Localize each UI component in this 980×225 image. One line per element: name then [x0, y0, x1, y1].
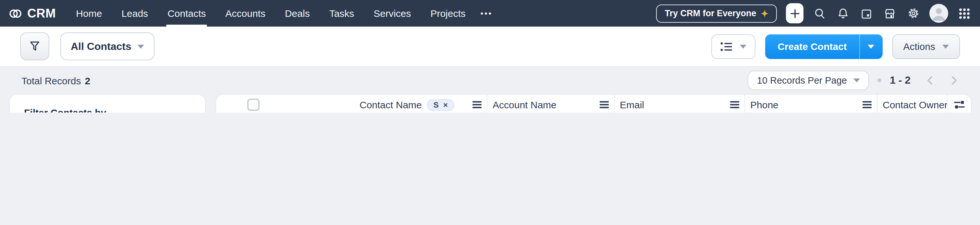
nav-more-menu[interactable]: ••• [476, 0, 498, 27]
main-nav: Home Leads Contacts Accounts Deals Tasks… [66, 0, 498, 27]
column-header-contact-name[interactable]: Contact Name S × [216, 95, 487, 112]
actions-label: Actions [904, 41, 935, 52]
record-range: 1 - 2 [890, 74, 910, 86]
create-contact-split-button: Create Contact [765, 34, 882, 59]
try-crm-label: Try CRM for Everyone [665, 8, 756, 18]
storefront-icon [883, 7, 896, 20]
contact-name-header-group: Contact Name S × [360, 99, 487, 111]
grid-dots-icon [958, 7, 971, 20]
records-summary-bar: Total Records 2 10 Records Per Page 1 - … [0, 67, 980, 94]
nav-item-tasks[interactable]: Tasks [320, 0, 364, 27]
notifications-button[interactable] [836, 6, 850, 21]
crm-app-window: CRM Home Leads Contacts Accounts Deals T… [0, 0, 980, 112]
search-button[interactable] [813, 6, 827, 21]
view-selector-label: All Contacts [71, 41, 131, 52]
funnel-icon [29, 40, 41, 52]
nav-item-contacts[interactable]: Contacts [158, 0, 215, 27]
brand-name: CRM [27, 6, 56, 21]
zoho-rings-icon [8, 6, 23, 21]
nav-item-home[interactable]: Home [66, 0, 111, 27]
chevron-down-icon [740, 44, 746, 48]
app-launcher-button[interactable] [957, 6, 972, 21]
nav-item-deals[interactable]: Deals [275, 0, 320, 27]
column-menu-icon[interactable] [730, 101, 739, 108]
table-header-row: Contact Name S × Account Name [216, 95, 971, 112]
nav-item-projects[interactable]: Projects [420, 0, 475, 27]
search-icon [813, 7, 826, 20]
calendar-button[interactable] [859, 6, 873, 21]
contacts-table: Contact Name S × Account Name [215, 94, 972, 112]
main-content: Filter Contacts by System Defined Filter… [0, 94, 980, 112]
separator-dot [877, 78, 881, 82]
filter-panel-title: Filter Contacts by [24, 107, 191, 112]
chevron-down-icon [942, 44, 949, 48]
display-style-dropdown[interactable] [711, 34, 756, 59]
calendar-icon [860, 7, 873, 20]
select-all-checkbox[interactable] [247, 98, 259, 111]
chevron-down-icon [853, 78, 860, 82]
gear-icon [906, 6, 920, 20]
column-menu-icon[interactable] [862, 101, 872, 108]
filter-toggle-button[interactable] [20, 32, 49, 60]
try-crm-button[interactable]: Try CRM for Everyone ✦ [656, 4, 777, 22]
person-icon [929, 4, 948, 23]
sparkle-icon: ✦ [761, 8, 768, 19]
bell-icon [837, 7, 850, 20]
nav-item-accounts[interactable]: Accounts [216, 0, 275, 27]
list-view-toolbar: All Contacts Create Contact Actions [0, 27, 980, 67]
clear-sort-icon[interactable]: × [443, 100, 448, 109]
plus-icon [789, 8, 800, 19]
create-contact-button[interactable]: Create Contact [765, 34, 859, 59]
records-per-page-dropdown[interactable]: 10 Records Per Page [748, 71, 869, 90]
topbar-actions: Try CRM for Everyone ✦ [656, 3, 972, 23]
chevron-right-icon [950, 75, 959, 86]
nav-item-leads[interactable]: Leads [111, 0, 158, 27]
settings-button[interactable] [906, 6, 920, 21]
total-records-count: 2 [85, 75, 90, 86]
list-icon [721, 41, 733, 52]
top-navigation-bar: CRM Home Leads Contacts Accounts Deals T… [0, 0, 980, 27]
quick-create-button[interactable] [786, 3, 803, 23]
nav-item-services[interactable]: Services [364, 0, 420, 27]
sort-badge[interactable]: S × [427, 99, 454, 111]
toolbar-right-actions: Create Contact Actions [711, 34, 960, 59]
column-header-phone[interactable]: Phone [745, 95, 877, 112]
manage-columns-button[interactable] [947, 95, 971, 112]
chevron-down-icon [868, 44, 875, 48]
previous-page-button[interactable] [926, 75, 935, 86]
marketplace-button[interactable] [883, 6, 897, 21]
records-per-page-label: 10 Records Per Page [757, 75, 847, 86]
filter-panel: Filter Contacts by System Defined Filter… [9, 94, 206, 112]
total-records-label: Total Records [21, 75, 81, 86]
column-label: Account Name [493, 99, 557, 110]
next-page-button[interactable] [950, 75, 959, 86]
column-menu-icon[interactable] [473, 101, 482, 108]
column-label: Email [620, 99, 644, 110]
column-label: Contact Owner [883, 99, 948, 110]
column-label: Phone [750, 99, 778, 110]
user-avatar[interactable] [929, 4, 948, 23]
column-menu-icon[interactable] [600, 101, 609, 108]
create-contact-menu-arrow[interactable] [859, 34, 883, 59]
sort-badge-letter: S [434, 100, 439, 109]
create-contact-label: Create Contact [778, 41, 846, 52]
column-label: Contact Name [360, 99, 422, 110]
column-header-account-name[interactable]: Account Name [487, 95, 615, 112]
pagination-controls: 10 Records Per Page 1 - 2 [748, 71, 959, 90]
column-header-email[interactable]: Email [615, 95, 745, 112]
column-sliders-icon [954, 100, 965, 109]
crm-logo[interactable]: CRM [8, 6, 56, 21]
chevron-left-icon [926, 75, 935, 86]
actions-dropdown[interactable]: Actions [892, 34, 960, 59]
chevron-down-icon [138, 44, 145, 48]
view-selector-dropdown[interactable]: All Contacts [60, 32, 155, 60]
